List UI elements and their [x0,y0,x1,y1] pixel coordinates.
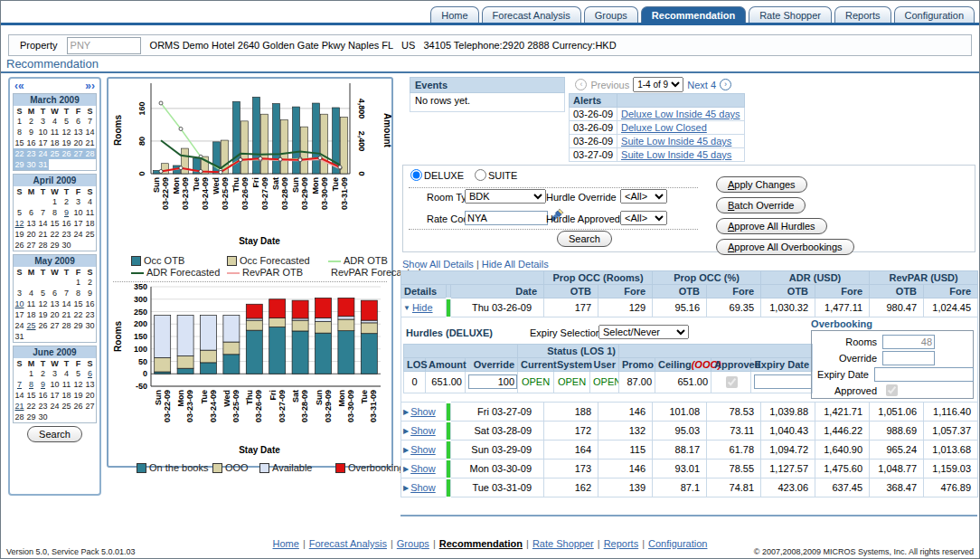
calendar-day[interactable]: 7 [61,288,72,298]
calendar-day[interactable]: 17 [72,218,84,229]
calendar-day[interactable]: 25 [25,320,37,331]
calendar-day[interactable]: 2 [84,277,96,288]
show-details-link[interactable]: Show [410,444,436,455]
calendar-day[interactable]: 4 [49,116,61,127]
calendar-day[interactable]: 20 [84,390,96,401]
calendar-day[interactable]: 18 [49,137,61,148]
calendar-day[interactable]: 17 [49,390,61,401]
tab-reports[interactable]: Reports [834,6,891,23]
footer-link-forecast-analysis[interactable]: Forecast Analysis [309,538,387,549]
calendar-day[interactable]: 6 [84,368,96,379]
calendar-day[interactable]: 15 [49,218,61,229]
calendar-day[interactable]: 25 [84,229,96,240]
calendar-day[interactable]: 24 [49,401,61,412]
calendar-day[interactable]: 1 [72,277,84,288]
calendar-day[interactable]: 7 [14,379,25,390]
calendar-day[interactable]: 30 [37,412,49,422]
calendar-day[interactable]: 1 [25,368,37,379]
calendar-day[interactable]: 10 [72,207,84,218]
calendar-day[interactable]: 27 [49,320,61,331]
calendar-day[interactable]: 14 [37,218,49,229]
calendar-day[interactable]: 8 [72,288,84,298]
calendar-day[interactable]: 28 [61,320,72,331]
calendar-day[interactable]: 15 [72,298,84,309]
calendar-day[interactable]: 7 [37,207,49,218]
tab-recommendation[interactable]: Recommendation [641,6,746,23]
calendar-day[interactable]: 8 [25,379,37,390]
calendar-day[interactable]: 16 [37,390,49,401]
calendar-day[interactable]: 19 [61,137,72,148]
calendar-day[interactable]: 10 [14,298,25,309]
calendar-day[interactable]: 15 [25,390,37,401]
calendar-day[interactable]: 28 [14,412,25,422]
room-type-select[interactable]: BDK [465,189,546,204]
calendar-day[interactable]: 2 [37,368,49,379]
calendar-day[interactable]: 27 [25,240,37,251]
expiry-selection-select[interactable]: Select/Never [598,325,689,339]
show-details-link[interactable]: Show [410,463,436,474]
overbooking-override-input[interactable] [882,351,935,365]
calendar-day[interactable]: 26 [14,240,25,251]
calendar-day[interactable]: 3 [72,196,84,207]
calendar-day[interactable]: 28 [37,240,49,251]
calendar-day[interactable]: 4 [84,196,96,207]
calendar-day[interactable]: 23 [37,401,49,412]
calendar-day[interactable]: 24 [37,148,49,159]
footer-link-home[interactable]: Home [273,538,299,549]
calendar-day[interactable]: 21 [14,401,25,412]
footer-link-recommendation[interactable]: Recommendation [439,538,523,549]
calendar-day[interactable]: 20 [25,229,37,240]
calendar-day[interactable]: 24 [14,320,25,331]
calendar-day[interactable]: 24 [72,229,84,240]
overbooking-expiry-date-input[interactable] [874,367,974,382]
calendar-day[interactable]: 20 [49,309,61,320]
calendar-day[interactable]: 13 [72,127,84,137]
calendar-day[interactable]: 1 [14,116,25,127]
calendar-day[interactable]: 29 [72,320,84,331]
calendar-day[interactable]: 22 [25,401,37,412]
alert-link[interactable]: Deluxe Low Inside 45 days [621,109,740,119]
hurdle-expiry-date-input[interactable] [754,374,812,389]
calendar-day[interactable]: 2 [61,196,72,207]
detail-search-button[interactable]: Search [557,231,612,247]
radio-suite[interactable] [475,169,486,181]
next-page-link[interactable]: Next 4 [687,80,716,90]
calendar-day[interactable]: 23 [25,148,37,159]
overbooking-approved-checkbox[interactable] [886,384,898,396]
calendar-day[interactable]: 20 [72,137,84,148]
calendar-day[interactable]: 18 [84,218,96,229]
calendar-day[interactable]: 19 [14,229,25,240]
calendar-day[interactable]: 27 [84,401,96,412]
calendar-day[interactable]: 5 [72,368,84,379]
calendar-day[interactable]: 30 [25,159,37,170]
calendar-day[interactable]: 26 [72,401,84,412]
calendar-day[interactable]: 9 [25,127,37,137]
calendar-day[interactable]: 1 [49,196,61,207]
calendar-day[interactable]: 29 [14,159,25,170]
calendar-next-arrows[interactable]: »› [85,81,95,93]
calendar-prev-arrows[interactable]: ‹« [14,81,24,93]
calendar-day[interactable]: 17 [37,137,49,148]
calendar-day[interactable]: 22 [72,309,84,320]
radio-deluxe[interactable] [410,169,422,181]
tab-rate-shopper[interactable]: Rate Shopper [749,6,832,23]
calendar-day[interactable]: 10 [49,379,61,390]
apply-changes-button[interactable]: Apply Changes [716,176,807,193]
calendar-day[interactable]: 27 [72,148,84,159]
calendar-day[interactable]: 12 [37,298,49,309]
calendar-day[interactable]: 23 [84,309,96,320]
calendar-day[interactable]: 4 [25,288,37,298]
tab-groups[interactable]: Groups [584,6,638,23]
tab-configuration[interactable]: Configuration [894,6,975,23]
footer-link-reports[interactable]: Reports [604,538,639,549]
calendar-day[interactable]: 14 [61,298,72,309]
calendar-day[interactable]: 26 [37,320,49,331]
calendar-day[interactable]: 18 [25,309,37,320]
calendar-day[interactable]: 16 [84,298,96,309]
calendar-day[interactable]: 13 [84,379,96,390]
calendar-day[interactable]: 17 [14,309,25,320]
calendar-day[interactable]: 31 [37,159,49,170]
calendar-day[interactable]: 6 [72,116,84,127]
calendar-day[interactable]: 22 [49,229,61,240]
hurdle-override-input[interactable] [468,374,517,389]
